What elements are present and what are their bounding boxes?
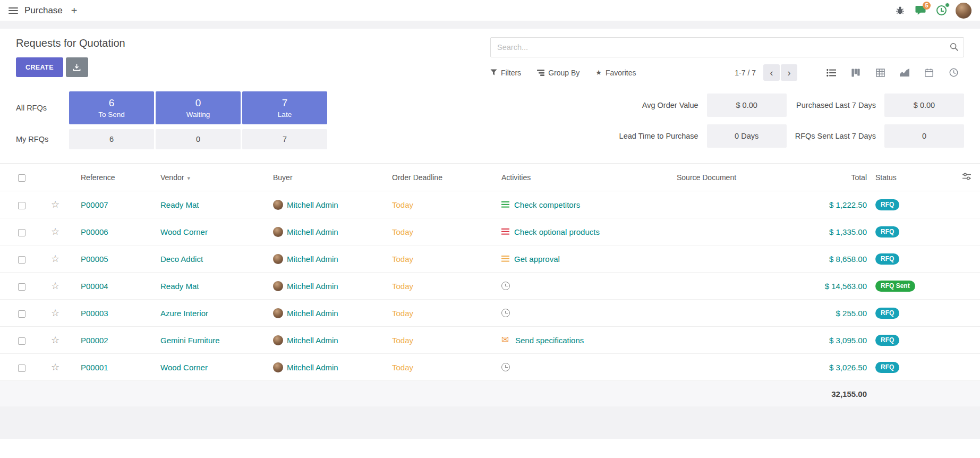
buyer-link[interactable]: Mitchell Admin [287, 200, 338, 209]
messages-icon[interactable]: 5 [914, 4, 927, 17]
buyer-link[interactable]: Mitchell Admin [287, 336, 338, 345]
vendor-link[interactable]: Ready Mat [156, 282, 269, 291]
row-checkbox[interactable] [18, 364, 25, 372]
activity-label[interactable]: Send specifications [515, 336, 584, 345]
row-checkbox[interactable] [18, 310, 25, 318]
row-checkbox[interactable] [18, 283, 25, 291]
create-button[interactable]: CREATE [16, 57, 63, 77]
list-view-button[interactable] [821, 64, 842, 81]
systray: 5 [893, 3, 972, 19]
stat-value[interactable]: $ 0.00 [884, 94, 964, 117]
buyer-link[interactable]: Mitchell Admin [287, 363, 338, 372]
activity-label[interactable]: Check optional products [514, 227, 600, 236]
debug-bug-icon[interactable] [893, 4, 906, 17]
activity-view-button[interactable] [943, 64, 964, 81]
activity-icon[interactable] [501, 228, 510, 236]
reference-link[interactable]: P00004 [76, 282, 156, 291]
reference-link[interactable]: P00001 [76, 363, 156, 372]
rfq-card-value: 7 [282, 97, 288, 109]
table-row[interactable]: ☆ P00001 Wood Corner Mitchell Admin Toda… [0, 354, 980, 381]
my-rfq-count[interactable]: 7 [242, 129, 327, 149]
column-header-status[interactable]: Status [871, 173, 953, 182]
column-header-source-document[interactable]: Source Document [672, 173, 773, 182]
rfq-card[interactable]: 0 Waiting [156, 91, 241, 124]
rfq-card[interactable]: 6 To Send [69, 91, 154, 124]
clock-icon [936, 5, 947, 15]
buyer-link[interactable]: Mitchell Admin [287, 255, 338, 264]
activity-icon[interactable] [501, 336, 511, 344]
activity-icon[interactable] [501, 201, 510, 209]
column-header-order-deadline[interactable]: Order Deadline [388, 173, 497, 182]
column-header-reference[interactable]: Reference [76, 173, 156, 182]
stat-value[interactable]: $ 0.00 [707, 94, 787, 117]
optional-columns-button[interactable] [953, 173, 980, 182]
favorites-button[interactable]: ★ Favorites [595, 69, 636, 77]
favorite-star-icon[interactable]: ☆ [34, 280, 76, 292]
stat-value[interactable]: 0 Days [707, 124, 787, 148]
reference-link[interactable]: P00006 [76, 227, 156, 236]
table-row[interactable]: ☆ P00002 Gemini Furniture Mitchell Admin… [0, 327, 980, 354]
row-checkbox[interactable] [18, 256, 25, 264]
vendor-link[interactable]: Ready Mat [156, 200, 269, 209]
my-rfq-count[interactable]: 0 [156, 129, 241, 149]
table-row[interactable]: ☆ P00003 Azure Interior Mitchell Admin T… [0, 300, 980, 327]
vendor-link[interactable]: Gemini Furniture [156, 336, 269, 345]
reference-link[interactable]: P00007 [76, 200, 156, 209]
rfq-card[interactable]: 7 Late [242, 91, 327, 124]
table-row[interactable]: ☆ P00007 Ready Mat Mitchell Admin Today … [0, 191, 980, 218]
favorite-star-icon[interactable]: ☆ [34, 334, 76, 346]
stat-value[interactable]: 0 [884, 124, 964, 148]
column-header-activities[interactable]: Activities [497, 173, 672, 182]
buyer-link[interactable]: Mitchell Admin [287, 282, 338, 291]
activity-label[interactable]: Check competitors [514, 200, 580, 209]
column-header-total[interactable]: Total [773, 173, 871, 182]
order-deadline: Today [388, 227, 497, 236]
table-row[interactable]: ☆ P00005 Deco Addict Mitchell Admin Toda… [0, 245, 980, 273]
calendar-view-button[interactable] [918, 64, 940, 81]
buyer-link[interactable]: Mitchell Admin [287, 227, 338, 236]
activity-label[interactable]: Get approval [514, 255, 560, 264]
pager-next-button[interactable]: › [781, 64, 797, 81]
vendor-link[interactable]: Wood Corner [156, 363, 269, 372]
buyer-link[interactable]: Mitchell Admin [287, 309, 338, 318]
activity-icon[interactable] [501, 363, 510, 371]
favorite-star-icon[interactable]: ☆ [34, 307, 76, 319]
table-row[interactable]: ☆ P00006 Wood Corner Mitchell Admin Toda… [0, 218, 980, 245]
activity-icon[interactable] [501, 255, 510, 263]
activity-icon[interactable] [501, 309, 510, 317]
pager-prev-button[interactable]: ‹ [763, 64, 780, 81]
apps-menu-icon[interactable] [8, 7, 18, 14]
favorite-star-icon[interactable]: ☆ [34, 361, 76, 373]
favorite-star-icon[interactable]: ☆ [34, 199, 76, 210]
table-row[interactable]: ☆ P00004 Ready Mat Mitchell Admin Today … [0, 273, 980, 300]
select-all-checkbox[interactable] [18, 174, 25, 182]
reference-link[interactable]: P00002 [76, 336, 156, 345]
reference-link[interactable]: P00005 [76, 255, 156, 264]
row-checkbox[interactable] [18, 337, 25, 345]
app-name[interactable]: Purchase [24, 5, 63, 16]
column-header-vendor[interactable]: Vendor▾ [156, 173, 269, 182]
user-avatar[interactable] [956, 3, 972, 19]
pivot-view-button[interactable] [870, 64, 891, 81]
activity-icon[interactable] [501, 282, 510, 290]
favorite-star-icon[interactable]: ☆ [34, 253, 76, 265]
activities-clock-icon[interactable] [935, 4, 948, 17]
group-by-button[interactable]: Group By [537, 69, 580, 77]
row-checkbox[interactable] [18, 229, 25, 236]
vendor-link[interactable]: Deco Addict [156, 255, 269, 264]
plus-icon[interactable]: + [71, 5, 78, 16]
column-header-buyer[interactable]: Buyer [269, 173, 388, 182]
reference-link[interactable]: P00003 [76, 309, 156, 318]
row-checkbox[interactable] [18, 202, 25, 209]
search-input[interactable] [490, 37, 964, 57]
search-icon[interactable] [950, 43, 959, 54]
filters-button[interactable]: Filters [490, 69, 521, 77]
my-rfq-count[interactable]: 6 [69, 129, 154, 149]
kanban-view-button[interactable] [845, 64, 866, 81]
graph-view-button[interactable] [894, 64, 915, 81]
export-download-button[interactable] [66, 57, 88, 77]
vendor-link[interactable]: Wood Corner [156, 227, 269, 236]
favorite-star-icon[interactable]: ☆ [34, 226, 76, 238]
vendor-link[interactable]: Azure Interior [156, 309, 269, 318]
buyer-avatar [273, 281, 283, 291]
